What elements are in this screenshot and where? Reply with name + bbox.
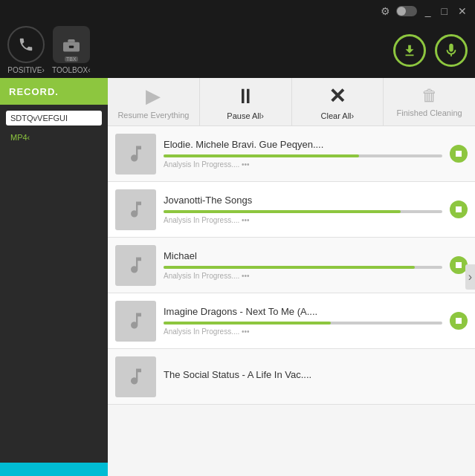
music-note-icon <box>126 255 146 276</box>
song-progress-bar <box>164 210 442 213</box>
toolbox-label: TOOLBOX‹ <box>52 66 91 74</box>
settings-icon[interactable]: ⚙ <box>381 5 390 17</box>
song-progress-fill <box>164 322 331 325</box>
clear-label: Clear All› <box>321 111 355 120</box>
resume-icon: ▶ <box>146 85 161 108</box>
song-action-button[interactable] <box>450 145 468 163</box>
sidebar-bottom-bar <box>0 463 108 476</box>
tbx-badge: TBX <box>65 56 78 62</box>
song-status: Analysis In Progress.... ••• <box>164 272 442 280</box>
resume-button[interactable]: ▶ Resume Everything <box>108 78 200 125</box>
song-info: The Social Status - A Life In Vac.... <box>164 369 468 385</box>
toolbar: ▶ Resume Everything ⏸ Pause All› ✕ Clear… <box>108 78 475 126</box>
music-note-icon <box>126 199 146 220</box>
stop-icon <box>454 316 463 325</box>
song-progress-bar <box>164 322 442 325</box>
delete-icon: 🗑 <box>421 86 438 105</box>
song-info: Jovanotti-The Songs Analysis In Progress… <box>164 195 442 224</box>
delete-label: Finished Cleaning <box>397 108 462 117</box>
positive-label: POsitive› <box>7 66 44 74</box>
pause-button[interactable]: ⏸ Pause All› <box>200 78 292 125</box>
phone-icon <box>18 36 34 53</box>
song-progress-bar <box>164 266 442 269</box>
song-thumbnail <box>115 189 156 230</box>
svg-rect-2 <box>456 151 462 157</box>
song-thumbnail <box>115 245 156 286</box>
song-progress-fill <box>164 266 415 269</box>
song-title: Elodie. Michele Bravi. Gue Peqyen.... <box>164 139 442 150</box>
record-tab[interactable]: RECORD. <box>0 78 108 105</box>
music-note-icon <box>126 366 146 387</box>
svg-rect-3 <box>456 206 462 212</box>
song-status: Analysis In Progress.... ••• <box>164 216 442 224</box>
song-item: Imagine Dragons - Next To Me (A.... Anal… <box>108 293 475 349</box>
song-title: Michael <box>164 250 442 261</box>
clear-button[interactable]: ✕ Clear All› <box>292 78 384 125</box>
stop-icon <box>454 149 463 158</box>
song-list: Elodie. Michele Bravi. Gue Peqyen.... An… <box>108 126 475 476</box>
delete-button[interactable]: 🗑 Finished Cleaning <box>384 78 475 125</box>
svg-rect-4 <box>456 262 462 268</box>
nav-item-toolbox[interactable]: TBX TOOLBOX‹ <box>52 26 91 74</box>
song-action-button[interactable] <box>450 200 468 218</box>
sidebar: RECORD. SDTQvVEFGUI MP4‹ <box>0 78 108 476</box>
main-area: RECORD. SDTQvVEFGUI MP4‹ › ▶ Resume Ever… <box>0 78 475 476</box>
song-info: Elodie. Michele Bravi. Gue Peqyen.... An… <box>164 139 442 169</box>
song-title: The Social Status - A Life In Vac.... <box>164 369 468 380</box>
chevron-right-icon: › <box>468 270 472 283</box>
minimize-button[interactable]: _ <box>423 5 433 17</box>
record-label: RECORD. <box>9 86 59 97</box>
sidebar-text-input: SDTQvVEFGUI <box>6 111 102 125</box>
close-button[interactable]: ✕ <box>456 5 469 17</box>
song-progress-fill <box>164 154 359 157</box>
song-thumbnail <box>115 356 156 397</box>
nav-right <box>393 34 468 67</box>
song-status: Analysis In Progress.... ••• <box>164 160 442 169</box>
nav-item-positive[interactable]: POsitive› <box>7 26 45 74</box>
nav-left: POsitive› TBX TOOLBOX‹ <box>7 26 91 74</box>
stop-icon <box>454 205 463 214</box>
song-thumbnail <box>115 134 156 175</box>
song-item: Jovanotti-The Songs Analysis In Progress… <box>108 182 475 238</box>
title-bar: ⚙ _ □ ✕ <box>0 0 475 22</box>
clear-icon: ✕ <box>329 84 346 108</box>
download-icon <box>401 42 418 59</box>
song-progress-bar <box>164 154 442 157</box>
song-thumbnail <box>115 301 156 342</box>
toggle-button[interactable] <box>396 6 417 16</box>
song-info: Michael Analysis In Progress.... ••• <box>164 250 442 280</box>
expand-chevron[interactable]: › <box>465 264 475 290</box>
svg-rect-5 <box>456 318 462 324</box>
pause-icon: ⏸ <box>235 84 256 108</box>
song-title: Jovanotti-The Songs <box>164 195 442 206</box>
sidebar-format-label: MP4‹ <box>6 130 102 145</box>
mic-button[interactable] <box>435 34 468 67</box>
stop-icon <box>454 261 463 270</box>
song-status: Analysis In Progress.... ••• <box>164 327 442 336</box>
music-note-icon <box>126 310 146 331</box>
toolbox-icon-box: TBX <box>53 26 90 63</box>
pause-label: Pause All› <box>227 111 264 120</box>
song-item: The Social Status - A Life In Vac.... <box>108 349 475 405</box>
song-info: Imagine Dragons - Next To Me (A.... Anal… <box>164 306 442 336</box>
svg-rect-1 <box>69 46 74 48</box>
song-action-button[interactable] <box>450 312 468 330</box>
song-progress-fill <box>164 210 401 213</box>
music-note-icon <box>126 143 146 164</box>
toolbox-icon <box>62 36 81 53</box>
mic-icon <box>443 42 459 59</box>
positive-icon-circle <box>7 26 45 63</box>
song-item: Elodie. Michele Bravi. Gue Peqyen.... An… <box>108 126 475 182</box>
nav-bar: POsitive› TBX TOOLBOX‹ <box>0 22 475 78</box>
content-panel: › ▶ Resume Everything ⏸ Pause All› ✕ Cle… <box>108 78 475 476</box>
song-item: Michael Analysis In Progress.... ••• <box>108 238 475 293</box>
resume-label: Resume Everything <box>117 111 189 120</box>
song-title: Imagine Dragons - Next To Me (A.... <box>164 306 442 317</box>
sidebar-input-area: SDTQvVEFGUI MP4‹ <box>0 105 108 463</box>
maximize-button[interactable]: □ <box>439 5 450 17</box>
download-button[interactable] <box>393 34 426 67</box>
